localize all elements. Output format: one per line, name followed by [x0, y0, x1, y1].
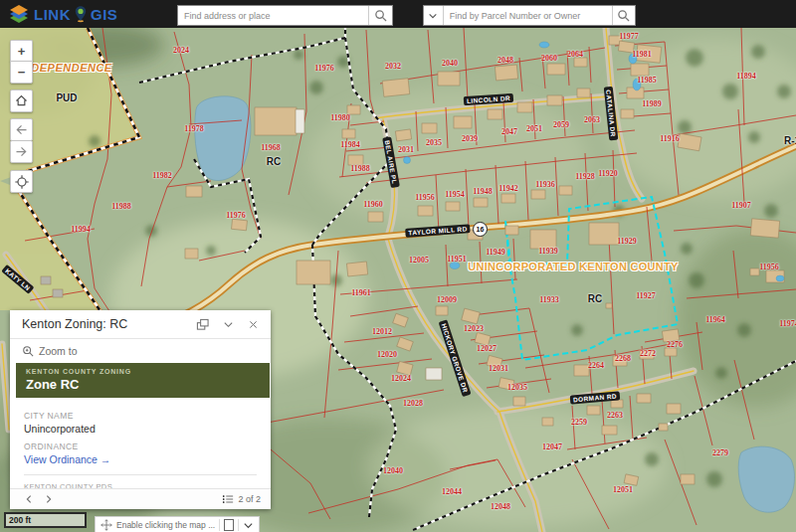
toolbar-label: Enable clicking the map ...: [116, 520, 215, 530]
zoning-banner-value: Zone RC: [26, 377, 270, 392]
popup-title: Kenton Zoning: RC: [22, 317, 196, 331]
arrow-left-icon: [14, 122, 29, 137]
popup-field-link[interactable]: View Ordinance →: [24, 453, 257, 465]
locate-button[interactable]: [10, 170, 33, 193]
header-bar: LINK GIS: [0, 0, 796, 28]
arrow-right-icon: [14, 144, 29, 159]
brand-text-gis: GIS: [91, 6, 117, 23]
locate-icon: [14, 174, 30, 190]
zoom-in-button[interactable]: +: [10, 40, 33, 62]
previous-extent-button[interactable]: [10, 118, 33, 141]
popup-divider: [24, 474, 257, 475]
home-button[interactable]: [10, 89, 33, 112]
route-16-shield: 16: [473, 222, 488, 237]
map-click-toolbar[interactable]: Enable clicking the map ...: [95, 516, 260, 532]
close-icon[interactable]: [248, 319, 259, 330]
feature-popup: Kenton Zoning: RC Zoom to KENTON COUNTY …: [10, 310, 271, 509]
toolbar-divider: [219, 519, 220, 531]
zoning-banner-label: KENTON COUNTY ZONING: [26, 368, 270, 375]
brand-logo[interactable]: LINK GIS: [8, 3, 117, 25]
dock-icon[interactable]: [196, 318, 209, 331]
previous-feature-button[interactable]: [24, 494, 34, 504]
parcel-search-dropdown[interactable]: [424, 6, 444, 25]
move-icon: [100, 519, 112, 531]
page-icon[interactable]: [224, 519, 234, 531]
chevron-down-icon[interactable]: [243, 520, 254, 531]
popup-field-value: Unincorporated: [24, 423, 257, 435]
zoom-to-action[interactable]: Zoom to: [22, 342, 271, 359]
popup-field-label: CITY NAME: [24, 411, 257, 421]
magnifier-plus-icon: [22, 345, 34, 357]
address-search-button[interactable]: [368, 6, 392, 25]
address-search: [177, 5, 393, 26]
layers-icon: [8, 3, 30, 25]
zoning-banner: KENTON COUNTY ZONING Zone RC: [16, 363, 270, 398]
toolbar-divider: [238, 519, 239, 531]
next-feature-button[interactable]: [44, 494, 54, 504]
parcel-search: [423, 5, 636, 26]
home-icon: [14, 93, 29, 108]
zoom-to-label: Zoom to: [39, 345, 78, 357]
search-icon: [374, 9, 387, 22]
scale-bar: 200 ft: [4, 512, 87, 528]
feature-list-icon[interactable]: [222, 493, 234, 505]
address-search-input[interactable]: [178, 6, 368, 25]
parcel-search-button[interactable]: [612, 6, 635, 25]
popup-footer: 2 of 2: [10, 488, 271, 509]
parcel-search-input[interactable]: [444, 6, 612, 25]
popup-field-label: ORDINANCE: [24, 442, 257, 451]
next-extent-button[interactable]: [10, 140, 33, 163]
zoom-out-button[interactable]: −: [10, 61, 33, 84]
search-icon: [617, 9, 630, 22]
chevron-down-icon: [428, 11, 438, 21]
collapse-chevron-icon[interactable]: [223, 319, 234, 330]
brand-text-link: LINK: [34, 6, 71, 23]
location-pin-icon: [75, 5, 87, 23]
popup-fields: CITY NAMEUnincorporatedORDINANCEView Ord…: [10, 402, 271, 488]
popup-header: Kenton Zoning: RC: [10, 310, 271, 339]
pager-text: 2 of 2: [238, 494, 261, 504]
